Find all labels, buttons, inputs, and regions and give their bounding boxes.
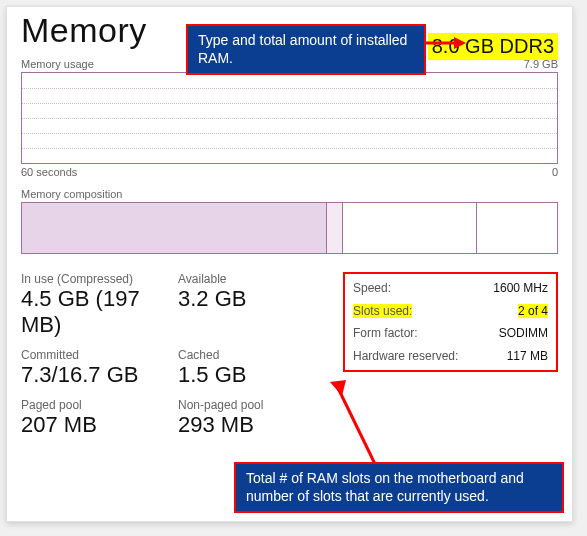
stat-value-available: 3.2 GB bbox=[178, 286, 325, 312]
spec-val-speed: 1600 MHz bbox=[493, 281, 548, 295]
stats-area: In use (Compressed) 4.5 GB (197 MB) Avai… bbox=[21, 272, 558, 438]
comp-segment-inuse bbox=[22, 203, 327, 253]
comp-segment-standby bbox=[343, 203, 477, 253]
stat-label-inuse: In use (Compressed) bbox=[21, 272, 168, 286]
stat-value-nonpaged: 293 MB bbox=[178, 412, 325, 438]
stat-available: Available 3.2 GB bbox=[178, 272, 325, 338]
stat-committed: Committed 7.3/16.7 GB bbox=[21, 348, 168, 388]
stat-inuse: In use (Compressed) 4.5 GB (197 MB) bbox=[21, 272, 168, 338]
spec-key-speed: Speed: bbox=[353, 281, 391, 295]
spec-row-form: Form factor: SODIMM bbox=[353, 325, 548, 341]
memory-composition-bar bbox=[21, 202, 558, 254]
spec-val-form: SODIMM bbox=[499, 326, 548, 340]
stat-paged: Paged pool 207 MB bbox=[21, 398, 168, 438]
spec-key-slots: Slots used: bbox=[353, 304, 412, 318]
memory-panel: Memory 8.0 GB DDR3 Memory usage 7.9 GB 6… bbox=[6, 6, 573, 522]
stat-value-inuse: 4.5 GB (197 MB) bbox=[21, 286, 168, 338]
page-title: Memory bbox=[21, 11, 147, 50]
stats-left-column: In use (Compressed) 4.5 GB (197 MB) Avai… bbox=[21, 272, 325, 438]
comp-segment-modified bbox=[327, 203, 343, 253]
usage-axis-row: 60 seconds 0 bbox=[21, 166, 558, 178]
stat-cached: Cached 1.5 GB bbox=[178, 348, 325, 388]
stat-nonpaged: Non-paged pool 293 MB bbox=[178, 398, 325, 438]
spec-key-form: Form factor: bbox=[353, 326, 418, 340]
spec-val-reserved: 117 MB bbox=[507, 349, 548, 363]
spec-row-slots: Slots used: 2 of 4 bbox=[353, 303, 548, 319]
spec-val-slots: 2 of 4 bbox=[518, 304, 548, 318]
spec-row-speed: Speed: 1600 MHz bbox=[353, 280, 548, 296]
usage-label: Memory usage bbox=[21, 58, 94, 70]
stat-value-paged: 207 MB bbox=[21, 412, 168, 438]
comp-segment-free bbox=[477, 203, 557, 253]
annotation-callout-top: Type and total amount of installed RAM. bbox=[186, 24, 426, 75]
stat-label-committed: Committed bbox=[21, 348, 168, 362]
stat-label-nonpaged: Non-paged pool bbox=[178, 398, 325, 412]
annotation-callout-bottom: Total # of RAM slots on the motherboard … bbox=[234, 462, 564, 513]
composition-label: Memory composition bbox=[21, 188, 558, 200]
stat-value-cached: 1.5 GB bbox=[178, 362, 325, 388]
spec-row-reserved: Hardware reserved: 117 MB bbox=[353, 348, 548, 364]
spec-key-reserved: Hardware reserved: bbox=[353, 349, 458, 363]
stat-label-paged: Paged pool bbox=[21, 398, 168, 412]
stat-label-cached: Cached bbox=[178, 348, 325, 362]
axis-left-label: 60 seconds bbox=[21, 166, 77, 178]
stat-value-committed: 7.3/16.7 GB bbox=[21, 362, 168, 388]
stat-label-available: Available bbox=[178, 272, 325, 286]
memory-usage-chart bbox=[21, 72, 558, 164]
axis-right-label: 0 bbox=[552, 166, 558, 178]
spec-box: Speed: 1600 MHz Slots used: 2 of 4 Form … bbox=[343, 272, 558, 372]
total-memory-badge: 8.0 GB DDR3 bbox=[428, 33, 558, 60]
